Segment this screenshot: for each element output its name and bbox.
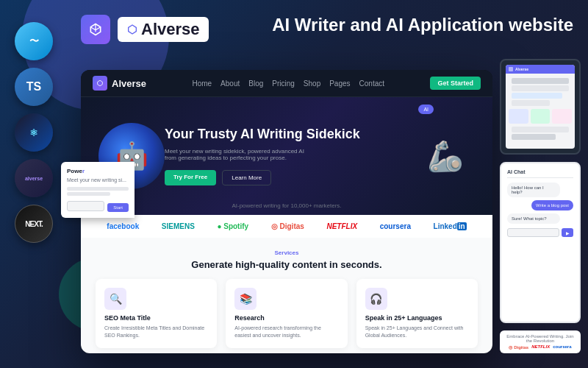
service-name-languages: Speak in 25+ Languages [365,314,469,322]
right-snippet-label: Embrace AI-Powered Writing. Join the Rev… [503,334,577,343]
chat-bubble-2: Write a blog post [531,200,573,210]
chat-header: AI Chat [507,169,573,178]
react-symbol: ⚛ [29,127,38,138]
brand-name-plate: Alverse [118,17,209,42]
chat-send-icon: ▶ [566,230,570,236]
services-label: Services [96,250,478,256]
chat-input-row: ▶ [507,228,573,237]
tablet-cards [509,109,572,124]
services-grid: 🔍 SEO Meta Title Create Irresistible Met… [96,279,478,348]
nav-link-contact[interactable]: Contact [359,79,384,88]
tablet-row-5 [512,127,569,132]
brand-netflix: NETFLIX [326,222,357,230]
tablet-row-6 [512,134,556,140]
hero-cta-secondary[interactable]: Learn More [222,170,271,185]
service-desc-seo: Create Irresistible Meta Titles and Domi… [104,325,208,339]
tablet-nav: Alverse [506,65,575,74]
tablet-nav-brand: Alverse [515,67,528,71]
left-bleed-cta[interactable]: Start [107,203,129,212]
right-snippet-brands: ◎ Digitas NETFLIX coursera [503,344,577,350]
inner-hero-subtitle: Meet your new writing sidekick, powered … [165,148,312,161]
service-card-research: 📚 Research AI-powered research transform… [226,279,347,348]
brand-digitas: ◎ Digitas [271,222,304,230]
left-bleed-card: Power Meet your new writing si... Start [61,162,135,218]
tablet-row-4 [512,100,550,106]
main-preview: Alverse Home About Blog Pricing Shop Pag… [81,70,492,353]
nav-link-about[interactable]: About [220,79,240,88]
left-bleed-row-1 [67,187,129,191]
left-bleed-input[interactable] [67,201,104,211]
sidebar-icon-nextjs[interactable]: NEXT. [15,205,53,243]
inner-hero: 🤖 Your Trusty AI Writing Sidekick Meet y… [81,97,492,215]
sidebar-icon-alverse[interactable]: alverse [15,159,53,197]
sidebar-icon-react[interactable]: ⚛ [15,113,53,152]
brand-logo: Alverse [81,15,209,44]
inner-hero-title: Your Trusty AI Writing Sidekick [165,127,416,143]
right-brand-snippet: Embrace AI-Powered Writing. Join the Rev… [500,330,581,353]
brand-coursera: coursera [380,222,411,230]
chat-send-button[interactable]: ▶ [562,228,573,237]
nav-link-pages[interactable]: Pages [329,79,350,88]
alverse-mini-label: alverse [25,176,43,181]
inner-logo: Alverse [93,76,146,91]
nav-link-home[interactable]: Home [192,79,212,88]
sidebar-icon-typescript[interactable]: TS [15,68,53,106]
snippet-digitas: ◎ Digitas [509,344,528,350]
brand-siemens: SIEMENS [162,222,195,230]
hero-cta-primary[interactable]: Try For Free [165,170,216,185]
chat-bubble-1: Hello! How can I help? [507,183,560,197]
chat-input[interactable] [507,228,559,237]
service-icon-languages: 🎧 [365,288,387,310]
tablet-card-2 [531,109,551,124]
tablet-nav-icon [509,67,513,71]
services-section: Services Generate high-quality content i… [81,238,492,353]
hero-badge: AI [418,105,434,114]
snippet-netflix: NETFLIX [531,344,550,350]
alverse-logo-svg [88,22,103,37]
inner-nav-cta-button[interactable]: Get Started [430,77,481,90]
header-title: AI Writer and AI Application website [272,15,573,36]
page-container: 〜 TS ⚛ alverse NEXT. [0,0,588,368]
inner-logo-text: Alverse [112,78,146,89]
left-bleed-title: Power [67,168,129,174]
service-icon-seo: 🔍 [104,288,126,310]
sidebar-icon-wave[interactable]: 〜 [15,22,53,60]
inner-logo-icon [93,76,107,91]
chat-bubble-right-wrap: Write a blog post [507,200,573,213]
service-card-languages: 🎧 Speak in 25+ Languages Speak in 25+ La… [356,279,478,348]
service-name-seo: SEO Meta Title [104,314,208,322]
right-sidebar: Alverse AI Chat [500,59,581,353]
inner-hero-text: Your Trusty AI Writing Sidekick Meet you… [165,127,416,186]
nav-link-blog[interactable]: Blog [248,79,263,88]
brand-facebook: facebook [107,222,139,230]
nav-link-shop[interactable]: Shop [304,79,320,88]
left-bleed-row-2 [67,192,110,196]
wave-symbol: 〜 [29,35,39,48]
inner-logo-svg [96,79,104,87]
alverse-icon-small [126,24,138,35]
tablet-content [506,74,575,144]
services-title: Generate high-quality content in seconds… [96,259,478,270]
left-bleed-subtitle: Meet your new writing si... [67,177,129,183]
brand-linkedin: Linkedin [434,222,467,230]
hero-buttons: Try For Free Learn More [165,170,416,185]
service-name-research: Research [234,314,338,322]
robot-right: 🦾 [416,123,475,189]
tablet-screen: Alverse [506,65,575,149]
service-icon-research: 📚 [234,288,257,310]
tablet-mockup: Alverse [500,59,581,155]
snippet-coursera: coursera [553,344,571,350]
nav-link-pricing[interactable]: Pricing [272,79,295,88]
tablet-card-1 [509,109,528,124]
brand-strip: facebook SIEMENS ● Spotify ◎ Digitas NET… [81,215,492,238]
chat-bubble-3: Sure! What topic? [507,213,560,224]
sidebar: 〜 TS ⚛ alverse NEXT. [15,22,53,243]
inner-hero-subtext: AI-powered writing for 10,000+ marketers… [81,202,492,209]
brand-text: Alverse [141,20,200,39]
brand-spotify: ● Spotify [217,222,248,230]
inner-nav-links: Home About Blog Pricing Shop Pages Conta… [192,79,384,88]
service-desc-languages: Speak in 25+ Languages and Connect with … [365,325,469,339]
header-tagline: AI Writer and AI Application website [272,15,573,36]
tablet-row-3 [512,93,562,99]
inner-nav: Alverse Home About Blog Pricing Shop Pag… [81,70,492,97]
